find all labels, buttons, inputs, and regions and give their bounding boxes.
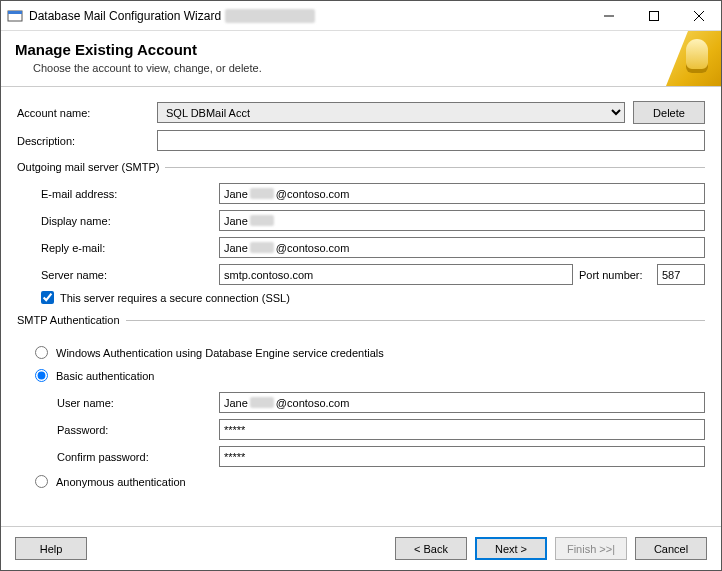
account-name-select[interactable]: SQL DBMail Acct bbox=[157, 102, 625, 123]
maximize-button[interactable] bbox=[631, 1, 676, 30]
window-title: Database Mail Configuration Wizard bbox=[29, 9, 221, 23]
display-name-input[interactable]: Jane bbox=[219, 210, 705, 231]
smtp-group: Outgoing mail server (SMTP) E-mail addre… bbox=[17, 161, 705, 304]
title-bar: Database Mail Configuration Wizard bbox=[1, 1, 721, 31]
page-subtitle: Choose the account to view, change, or d… bbox=[33, 62, 707, 74]
display-name-label: Display name: bbox=[17, 215, 219, 227]
auth-group: SMTP Authentication Windows Authenticati… bbox=[17, 314, 705, 498]
basic-auth-label: Basic authentication bbox=[56, 370, 154, 382]
username-redacted bbox=[250, 397, 274, 408]
ssl-label: This server requires a secure connection… bbox=[60, 292, 290, 304]
port-number-label: Port number: bbox=[573, 269, 657, 281]
window-root: Database Mail Configuration Wizard Manag… bbox=[0, 0, 722, 571]
description-input[interactable] bbox=[157, 130, 705, 151]
basic-auth-radio[interactable] bbox=[35, 369, 48, 382]
auth-legend: SMTP Authentication bbox=[17, 314, 126, 326]
anonymous-auth-label: Anonymous authentication bbox=[56, 476, 186, 488]
account-name-label: Account name: bbox=[17, 107, 157, 119]
anonymous-auth-radio[interactable] bbox=[35, 475, 48, 488]
back-button[interactable]: < Back bbox=[395, 537, 467, 560]
wizard-footer: Help < Back Next > Finish >>| Cancel bbox=[1, 526, 721, 570]
close-button[interactable] bbox=[676, 1, 721, 30]
header-art-icon bbox=[666, 31, 721, 86]
reply-email-input[interactable]: Jane @contoso.com bbox=[219, 237, 705, 258]
svg-rect-2 bbox=[649, 11, 658, 20]
basic-auth-fields: User name: Jane @contoso.com Password: C… bbox=[57, 392, 705, 467]
page-title: Manage Existing Account bbox=[15, 41, 707, 58]
confirm-password-input[interactable] bbox=[219, 446, 705, 467]
confirm-password-label: Confirm password: bbox=[57, 451, 219, 463]
password-label: Password: bbox=[57, 424, 219, 436]
port-number-input[interactable] bbox=[657, 264, 705, 285]
next-button[interactable]: Next > bbox=[475, 537, 547, 560]
username-label: User name: bbox=[57, 397, 219, 409]
svg-rect-1 bbox=[8, 11, 22, 14]
display-redacted bbox=[250, 215, 274, 226]
description-label: Description: bbox=[17, 135, 157, 147]
minimize-button[interactable] bbox=[586, 1, 631, 30]
smtp-legend: Outgoing mail server (SMTP) bbox=[17, 161, 165, 173]
page-header: Manage Existing Account Choose the accou… bbox=[1, 31, 721, 87]
username-input[interactable]: Jane @contoso.com bbox=[219, 392, 705, 413]
email-input[interactable]: Jane @contoso.com bbox=[219, 183, 705, 204]
title-redacted bbox=[225, 9, 315, 23]
server-name-input[interactable] bbox=[219, 264, 573, 285]
delete-button[interactable]: Delete bbox=[633, 101, 705, 124]
reply-redacted bbox=[250, 242, 274, 253]
reply-email-label: Reply e-mail: bbox=[17, 242, 219, 254]
email-redacted bbox=[250, 188, 274, 199]
email-label: E-mail address: bbox=[17, 188, 219, 200]
ssl-checkbox[interactable] bbox=[41, 291, 54, 304]
content-area: Account name: SQL DBMail Acct Delete Des… bbox=[1, 87, 721, 526]
help-button[interactable]: Help bbox=[15, 537, 87, 560]
server-name-label: Server name: bbox=[17, 269, 219, 281]
windows-auth-label: Windows Authentication using Database En… bbox=[56, 347, 384, 359]
cancel-button[interactable]: Cancel bbox=[635, 537, 707, 560]
finish-button: Finish >>| bbox=[555, 537, 627, 560]
app-icon bbox=[7, 8, 23, 24]
windows-auth-radio[interactable] bbox=[35, 346, 48, 359]
password-input[interactable] bbox=[219, 419, 705, 440]
